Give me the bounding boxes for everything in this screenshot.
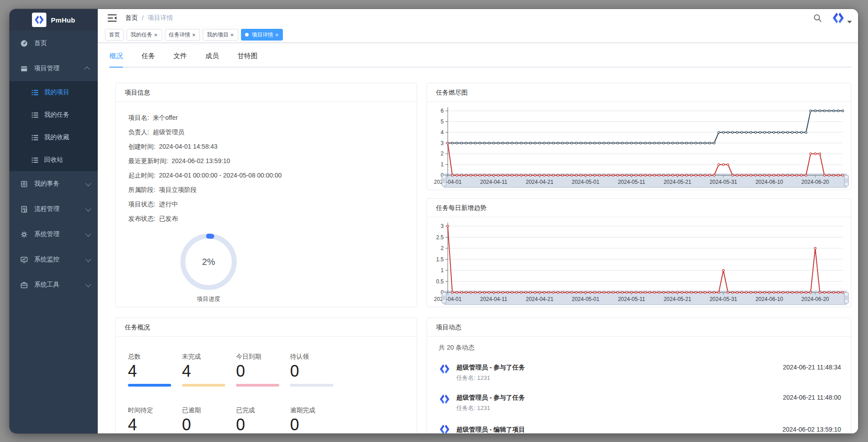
stat-bar [182,384,225,387]
app-logo[interactable]: PmHub [9,9,98,31]
search-icon[interactable] [813,13,823,23]
card-title: 项目信息 [116,83,417,102]
stat-completed: 已完成0 [236,406,290,433]
svg-text:2024-06-10: 2024-06-10 [755,179,783,185]
stat-time-tbd: 时间待定4 [128,406,182,433]
svg-text:1: 1 [441,267,444,273]
sidebar-item-home[interactable]: 首页 [9,31,98,56]
sidebar-item-my-affairs[interactable]: 我的事务 [9,171,98,196]
monitor-icon [20,256,28,264]
sidebar-item-project-mgmt[interactable]: 项目管理 [9,56,98,81]
list-icon [31,89,39,96]
page-content: 概况 任务 文件 成员 甘特图 项目信息 项目名:来个offer 负责人:超级管… [98,43,858,433]
close-icon[interactable]: × [230,32,234,38]
sidebar-item-my-projects[interactable]: 我的项目 [9,81,98,104]
sidebar-item-system-monitor[interactable]: 系统监控 [9,247,98,272]
svg-text:2024-05-11: 2024-05-11 [618,296,645,302]
breadcrumb-home[interactable]: 首页 [125,14,138,22]
activity-subtitle: 任务名: 1231 [456,404,774,412]
svg-text:2024-05-11: 2024-05-11 [618,179,645,185]
user-menu[interactable] [832,11,852,25]
svg-text:2024-04-01: 2024-04-01 [434,296,462,302]
process-icon [20,205,28,213]
sidebar-item-my-favorites[interactable]: 我的收藏 [9,126,98,149]
project-activity-card: 项目动态 共 20 条动态 超级管理员 - 参与了任务任务名: 1231 202… [427,318,851,433]
activity-title: 超级管理员 - 参与了任务 [456,393,774,401]
project-icon [20,65,28,73]
svg-text:2024-04-11: 2024-04-11 [480,179,508,185]
daily-new-trend-card: 任务每日新增趋势 2024-04-012024-04-112024-04-212… [427,198,851,307]
sidebar-item-system-mgmt[interactable]: 系统管理 [9,222,98,247]
close-icon[interactable]: × [154,32,158,38]
svg-text:2024-04-21: 2024-04-21 [526,296,554,302]
tab-members[interactable]: 成员 [205,52,219,68]
chevron-down-icon [86,256,91,262]
chevron-down-icon [86,281,91,287]
field-stage: 所属阶段:项目立项阶段 [128,182,406,197]
breadcrumb: 首页 / 项目详情 [125,14,173,22]
svg-text:4: 4 [441,129,444,136]
daily-new-trend-chart: 2024-04-012024-04-112024-04-212024-05-01… [427,217,851,307]
svg-text:2024-04-11: 2024-04-11 [480,296,508,302]
sidebar-item-my-tasks[interactable]: 我的任务 [9,104,98,126]
activity-avatar [439,393,450,405]
stat-bar [290,384,333,387]
tab-files[interactable]: 文件 [173,52,187,68]
sidebar-item-process-mgmt[interactable]: 流程管理 [9,196,98,222]
field-owner: 负责人:超级管理员 [128,125,406,139]
topbar: 首页 / 项目详情 [98,9,858,27]
pmhub-logo-icon [32,13,46,27]
chevron-down-icon [86,231,91,237]
datazoom-handle[interactable] [442,175,446,186]
tab-tasks[interactable]: 任务 [141,52,155,68]
activity-avatar [439,424,450,433]
tab-gantt[interactable]: 甘特图 [237,52,258,68]
sidebar-fold-icon[interactable] [107,13,118,23]
card-title: 项目动态 [427,318,851,337]
tag-my-tasks[interactable]: 我的任务× [127,29,162,41]
sidebar: PmHub 首页 项目管理 我的项目 我的任务 我的收藏 [9,9,98,433]
svg-text:2: 2 [441,245,444,251]
sidebar-item-system-tools[interactable]: 系统工具 [9,272,98,297]
list-icon [31,111,39,119]
datazoom-handle[interactable] [442,292,446,303]
sidebar-item-recycle-bin[interactable]: 回收站 [9,149,98,171]
tag-my-projects[interactable]: 我的项目× [203,29,238,41]
affairs-icon [20,180,28,188]
activity-item: 超级管理员 - 参与了任务任务名: 1231 2024-06-21 11:48:… [439,393,841,412]
datazoom-handle[interactable] [845,292,849,303]
stat-due-today: 今日到期0 [236,353,290,387]
field-date-range: 起止时间:2024-04-01 00:00:00 - 2024-05-08 00… [128,168,406,182]
stat-total: 总数4 [128,353,182,387]
task-overview-card: 任务概况 总数4 未完成4 今日到期0 待认领0 时间待定4 已逾期0 已完成0… [115,318,417,433]
datazoom-handle[interactable] [845,175,849,186]
close-icon[interactable]: × [275,32,279,38]
caret-down-icon [847,21,852,23]
svg-text:5: 5 [441,118,444,125]
svg-text:0.5: 0.5 [436,278,444,285]
close-icon[interactable]: × [192,32,196,38]
svg-text:2024-05-01: 2024-05-01 [572,179,600,185]
activity-avatar [439,363,450,375]
tag-task-detail[interactable]: 任务详情× [165,29,200,41]
svg-text:2024-05-21: 2024-05-21 [663,296,691,302]
chevron-down-icon [86,205,91,211]
tab-overview[interactable]: 概况 [109,52,123,68]
card-title: 任务燃尽图 [427,83,851,102]
activity-subtitle: 任务名: 1231 [456,374,774,382]
stat-unfinished: 未完成4 [182,353,236,387]
activity-item: 超级管理员 - 参与了任务任务名: 1231 2024-06-21 11:48:… [439,363,841,382]
svg-text:2024-06-20: 2024-06-20 [801,296,829,302]
card-title: 任务每日新增趋势 [427,199,851,217]
progress-percent: 2% [202,257,215,267]
activity-title: 超级管理员 - 参与了任务 [456,363,774,371]
tag-project-detail[interactable]: 项目详情× [241,29,283,41]
svg-text:2024-05-21: 2024-05-21 [663,179,691,185]
stat-bar [236,384,279,387]
svg-text:2024-04-21: 2024-04-21 [526,179,554,185]
stat-unclaimed: 待认领0 [290,353,344,387]
chevron-down-icon [86,180,91,186]
tagbar: 首页 我的任务× 任务详情× 我的项目× 项目详情× [98,27,858,43]
stat-completed-late: 逾期完成0 [290,406,344,433]
tag-home[interactable]: 首页 [105,29,124,41]
